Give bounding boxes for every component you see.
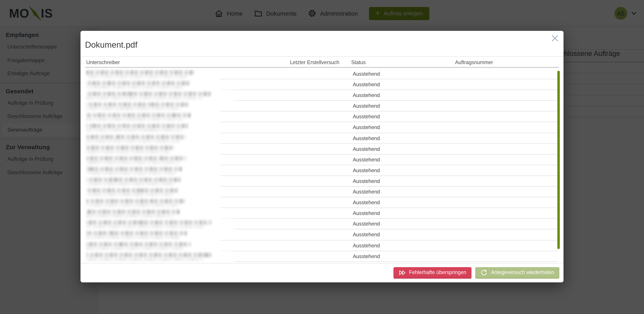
button-label: Fehlerhafte überspringen (409, 270, 466, 275)
table-row: Ausstehend (85, 230, 559, 240)
modal-title: Dokument.pdf (85, 40, 138, 50)
table-row: Ausstehend (85, 165, 559, 176)
signer-name-redacted (86, 80, 190, 90)
status-cell: Ausstehend (353, 101, 380, 112)
status-cell: Ausstehend (353, 133, 380, 144)
table-row: Ausstehend (85, 154, 559, 165)
status-cell: Ausstehend (353, 79, 380, 90)
column-header-unterschreiber: Unterschreiber (86, 60, 120, 65)
status-cell: Ausstehend (353, 112, 380, 122)
status-cell: Ausstehend (353, 176, 380, 187)
signer-name-redacted (86, 166, 182, 175)
signer-name-redacted (86, 252, 212, 261)
signer-name-redacted (86, 145, 174, 154)
modal-dokument-pdf: Dokument.pdf Unterschreiber Letzter Erst… (80, 31, 564, 282)
status-cell: Ausstehend (353, 165, 380, 176)
refresh-icon (481, 269, 488, 276)
signer-name-redacted (86, 209, 180, 218)
close-icon[interactable] (550, 34, 560, 43)
signer-name-redacted (86, 91, 212, 100)
scrollbar-thumb[interactable] (557, 71, 560, 249)
table-row: Ausstehend (85, 133, 559, 144)
table-row: Ausstehend (85, 219, 559, 230)
modal-footer: Fehlerhafte überspringen Anlegeversuch w… (393, 267, 559, 279)
signer-name-redacted (86, 155, 186, 165)
column-header-auftragsnummer: Auftragsnummer (455, 60, 493, 65)
signer-name-redacted (86, 177, 180, 186)
modal-table-body: Ausstehend Ausstehend Ausstehend Aussteh… (85, 69, 559, 262)
table-row: Ausstehend (85, 187, 559, 197)
table-row: Ausstehend (85, 197, 559, 208)
status-cell: Ausstehend (353, 251, 380, 262)
button-label: Anlegeversuch wiederholen (491, 270, 554, 275)
signer-name-redacted (86, 102, 188, 111)
status-cell: Ausstehend (353, 69, 380, 79)
table-row: Ausstehend (85, 144, 559, 154)
signer-name-redacted (86, 230, 187, 240)
signer-name-redacted (86, 220, 212, 229)
signer-name-redacted (86, 198, 185, 208)
app: MO IS Home Dokumente (0, 0, 644, 314)
anlegeversuch-wiederholen-button[interactable]: Anlegeversuch wiederholen (476, 267, 560, 279)
status-cell: Ausstehend (353, 144, 380, 154)
status-cell: Ausstehend (353, 187, 380, 197)
status-cell: Ausstehend (353, 122, 380, 133)
signer-name-redacted (86, 241, 191, 250)
status-cell: Ausstehend (353, 197, 380, 208)
status-cell: Ausstehend (353, 208, 380, 219)
table-row: Ausstehend (85, 122, 559, 133)
table-row: Ausstehend (85, 176, 559, 187)
table-row: Ausstehend (85, 208, 559, 219)
status-cell: Ausstehend (353, 230, 380, 240)
signer-name-redacted (86, 123, 188, 132)
status-cell: Ausstehend (353, 219, 380, 230)
divider (80, 263, 564, 263)
table-row: Ausstehend (85, 112, 559, 122)
table-header: Unterschreiber Letzter Erstellversuch St… (85, 57, 559, 68)
skip-forward-icon (399, 269, 406, 275)
column-header-status: Status (351, 60, 366, 65)
table-row: Ausstehend (85, 240, 559, 251)
signer-name-redacted (86, 187, 178, 197)
status-cell: Ausstehend (353, 154, 380, 165)
signer-name-redacted (86, 134, 186, 143)
signer-name-redacted (86, 70, 194, 79)
column-header-letzter-erstellversuch: Letzter Erstellversuch (290, 60, 339, 65)
fehlerhafte-ueberspringen-button[interactable]: Fehlerhafte überspringen (393, 267, 472, 279)
status-cell: Ausstehend (353, 90, 380, 101)
status-cell: Ausstehend (353, 240, 380, 251)
table-row: Ausstehend (85, 69, 559, 79)
signer-name-redacted (86, 112, 191, 122)
table-row: Ausstehend (85, 90, 559, 101)
table-row: Ausstehend (85, 101, 559, 112)
table-row: Ausstehend (85, 251, 559, 262)
table-row: Ausstehend (85, 79, 559, 90)
